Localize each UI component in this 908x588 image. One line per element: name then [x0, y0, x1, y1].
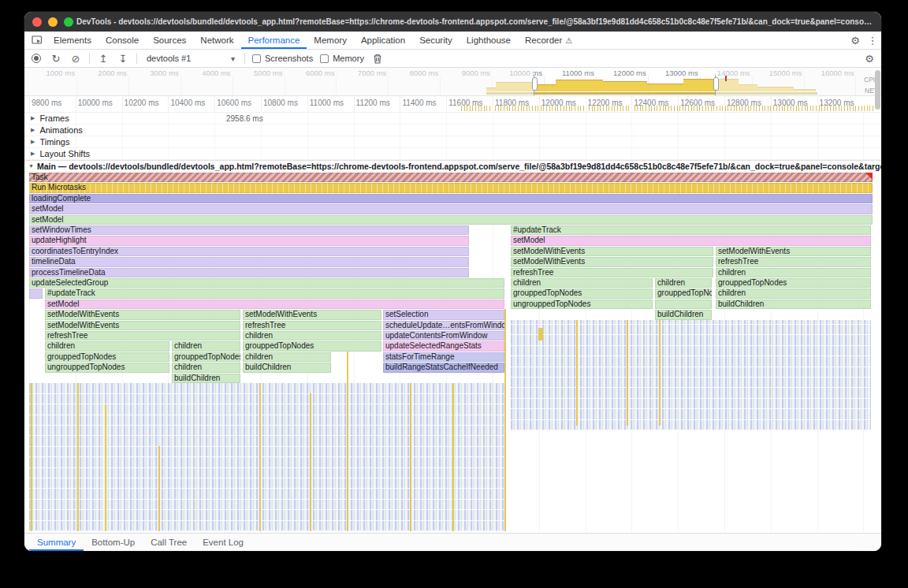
load-profile-button[interactable]: ↥ — [97, 52, 110, 65]
flame-bar[interactable]: setSelection — [383, 310, 504, 319]
flame-bar[interactable] — [29, 288, 43, 298]
flame-bar[interactable]: grouppedTopNodes — [716, 278, 871, 288]
flame-bar[interactable]: grouppedTopNodes — [243, 341, 381, 351]
track-animations[interactable]: ▶Animations — [24, 125, 881, 136]
flame-bar[interactable]: children — [243, 352, 331, 362]
bottom-tab-event-log[interactable]: Event Log — [195, 534, 251, 551]
tab-application[interactable]: Application — [354, 32, 412, 49]
track-frames[interactable]: ▶Frames — [24, 113, 881, 125]
flame-bar[interactable]: setModelWithEvents — [511, 257, 713, 266]
flame-dense-region[interactable] — [511, 320, 871, 431]
bottom-tab-summary[interactable]: Summary — [29, 534, 84, 551]
main-track-header[interactable]: ▼ Main — devtools://devtools/bundled/dev… — [24, 161, 881, 172]
tab-elements[interactable]: Elements — [47, 32, 99, 49]
vertical-scrollbar[interactable] — [874, 69, 880, 532]
capture-settings-gear-icon[interactable]: ⚙ — [863, 52, 876, 65]
flame-bar[interactable]: grouppedTopNodes — [45, 352, 169, 362]
flame-bar[interactable]: children — [172, 341, 240, 351]
flame-bar[interactable]: grouppedTopNodes — [172, 352, 240, 362]
kebab-menu-icon[interactable]: ⋮ — [864, 32, 881, 49]
flame-bar[interactable]: setWindowTimes — [29, 225, 469, 235]
flame-bar[interactable]: #updateTrack — [45, 288, 504, 298]
close-button[interactable] — [32, 17, 42, 27]
flame-bar[interactable]: updateContentsFromWindow — [383, 331, 504, 341]
garbage-collect-button[interactable] — [371, 52, 384, 65]
flame-bar[interactable]: setModelWithEvents — [716, 247, 871, 256]
flame-bar[interactable]: processTimelineData — [29, 268, 469, 277]
flame-bar[interactable]: setModelWithEvents — [45, 310, 240, 319]
overview-window-left-handle[interactable] — [534, 75, 534, 95]
overview-window-right-handle[interactable] — [715, 75, 716, 95]
flame-bar[interactable]: grouppedTopNodes — [511, 288, 653, 298]
bottom-tab-call-tree[interactable]: Call Tree — [143, 534, 195, 551]
flame-bar[interactable]: grouppedTopNodes — [655, 288, 712, 298]
zoom-button[interactable] — [64, 17, 73, 27]
flame-bar[interactable]: updateSelectedRangeStats — [383, 341, 504, 351]
flame-bar[interactable]: Run Microtasks — [29, 183, 873, 192]
flame-bar[interactable]: buildChildren — [716, 300, 871, 309]
tab-console[interactable]: Console — [99, 32, 146, 49]
flame-bar[interactable]: buildRangeStatsCacheIfNeeded — [383, 363, 504, 372]
flame-bar[interactable]: refreshTree — [45, 331, 240, 341]
tab-network[interactable]: Network — [193, 32, 240, 49]
flame-bar[interactable]: children — [655, 278, 712, 288]
tab-security[interactable]: Security — [412, 32, 460, 49]
flame-bar[interactable]: timelineData — [29, 257, 469, 266]
flame-bar[interactable]: statsForTimeRange — [383, 352, 504, 362]
scrollbar-thumb[interactable] — [875, 70, 880, 110]
flame-bar[interactable]: updateSelectedGroup — [29, 278, 504, 288]
flame-bar[interactable]: setModel — [45, 300, 504, 309]
expand-triangle-icon[interactable]: ▶ — [31, 151, 35, 157]
expand-triangle-icon[interactable]: ▶ — [31, 127, 35, 133]
flame-bar[interactable]: buildChildren — [655, 310, 712, 319]
flame-bar[interactable]: ungrouppedTopNodes — [45, 363, 169, 372]
flame-bar[interactable]: refreshTree — [511, 268, 713, 277]
clear-button[interactable]: ⊘ — [69, 52, 82, 65]
flame-chart[interactable]: TaskRun MicrotasksloadingCompletesetMode… — [24, 172, 881, 533]
track-layout-shifts[interactable]: ▶Layout Shifts — [24, 148, 881, 160]
flame-bar[interactable]: setModel — [29, 215, 873, 225]
time-ruler[interactable]: 9800 ms10000 ms10200 ms10400 ms10600 ms1… — [24, 96, 881, 113]
tab-recorder[interactable]: Recorder⚠ — [518, 32, 579, 49]
flame-bar[interactable]: refreshTree — [716, 257, 871, 266]
flame-bar[interactable]: setModel — [511, 236, 871, 245]
tab-sources[interactable]: Sources — [146, 32, 193, 49]
flame-bar[interactable]: Task — [29, 173, 873, 182]
inspect-element-button[interactable] — [28, 32, 47, 49]
flame-bar[interactable]: scheduleUpdate…entsFromWindow — [383, 321, 504, 330]
flame-bar[interactable]: setModelWithEvents — [511, 247, 713, 256]
flame-bar[interactable]: setModelWithEvents — [45, 321, 240, 330]
flame-bar[interactable]: buildChildren — [243, 363, 331, 372]
memory-checkbox[interactable]: Memory — [320, 54, 364, 63]
minimize-button[interactable] — [48, 17, 58, 27]
flame-bar[interactable]: ungrouppedTopNodes — [511, 300, 653, 309]
tab-memory[interactable]: Memory — [307, 32, 354, 49]
flame-bar[interactable]: buildChildren — [172, 374, 240, 383]
track-timings[interactable]: ▶Timings — [24, 136, 881, 148]
flame-bar[interactable]: updateHighlight — [29, 236, 469, 245]
flame-bar[interactable]: children — [716, 268, 871, 277]
screenshots-checkbox[interactable]: Screenshots — [252, 54, 313, 63]
flame-bar[interactable]: coordinatesToEntryIndex — [29, 247, 469, 256]
bottom-tab-bottom-up[interactable]: Bottom-Up — [84, 534, 143, 551]
flame-bar[interactable] — [655, 300, 712, 309]
flame-bar[interactable]: loadingComplete — [29, 194, 873, 203]
flame-bar[interactable]: children — [511, 278, 653, 288]
save-profile-button[interactable]: ↧ — [117, 52, 129, 65]
settings-gear-icon[interactable]: ⚙ — [847, 32, 864, 49]
flame-bar[interactable]: setModelWithEvents — [243, 310, 381, 319]
timeline-overview[interactable]: 1000 ms2000 ms3000 ms4000 ms5000 ms6000 … — [24, 68, 881, 96]
tab-lighthouse[interactable]: Lighthouse — [460, 32, 518, 49]
record-button[interactable] — [30, 52, 43, 65]
flame-bar[interactable]: children — [716, 288, 871, 298]
flame-bar[interactable]: #updateTrack — [511, 225, 871, 235]
flame-bar[interactable]: refreshTree — [243, 321, 381, 330]
expand-triangle-icon[interactable]: ▶ — [31, 115, 35, 121]
flame-bar[interactable]: children — [172, 363, 240, 372]
history-select[interactable]: devtools #1 ▾ — [144, 54, 237, 63]
flame-bar[interactable]: setModel — [29, 204, 873, 214]
expand-triangle-icon[interactable]: ▶ — [31, 139, 35, 145]
reload-and-record-button[interactable]: ↻ — [50, 52, 62, 65]
flame-dense-region[interactable] — [29, 383, 504, 531]
tab-performance[interactable]: Performance — [241, 32, 307, 49]
